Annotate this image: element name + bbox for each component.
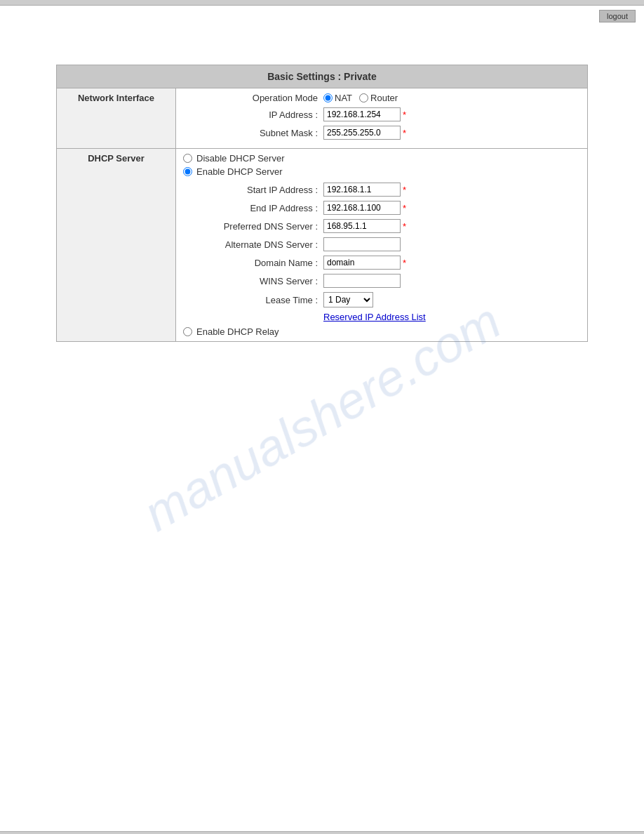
enable-relay-row: Enable DHCP Relay bbox=[183, 326, 580, 337]
end-ip-row: End IP Address : * bbox=[183, 201, 580, 215]
domain-required: * bbox=[403, 258, 406, 268]
alternate-dns-label: Alternate DNS Server : bbox=[183, 239, 323, 250]
subnet-mask-input[interactable] bbox=[323, 126, 401, 140]
nat-radio[interactable] bbox=[323, 93, 333, 102]
lease-time-select[interactable]: 1 Day 2 Days 7 Days 30 Days bbox=[323, 292, 373, 307]
network-interface-content: Operation Mode NAT Router IP Address : * bbox=[176, 88, 588, 149]
router-radio-label[interactable]: Router bbox=[359, 93, 398, 103]
alternate-dns-input[interactable] bbox=[323, 237, 401, 251]
preferred-dns-input[interactable] bbox=[323, 219, 401, 233]
domain-name-label: Domain Name : bbox=[183, 258, 323, 268]
end-ip-label: End IP Address : bbox=[183, 203, 323, 213]
enable-relay-label: Enable DHCP Relay bbox=[196, 326, 279, 337]
ip-address-label: IP Address : bbox=[183, 110, 323, 120]
enable-dhcp-row: Enable DHCP Server bbox=[183, 166, 580, 177]
enable-dhcp-radio[interactable] bbox=[183, 167, 192, 176]
wins-server-input[interactable] bbox=[323, 274, 401, 288]
subnet-mask-label: Subnet Mask : bbox=[183, 128, 323, 138]
nat-label: NAT bbox=[335, 93, 352, 103]
logout-button[interactable]: logout bbox=[599, 10, 636, 22]
dhcp-server-label: DHCP Server bbox=[57, 149, 176, 342]
start-ip-label: Start IP Address : bbox=[183, 185, 323, 195]
end-ip-input[interactable] bbox=[323, 201, 401, 215]
preferred-dns-label: Preferred DNS Server : bbox=[183, 221, 323, 232]
alternate-dns-row: Alternate DNS Server : bbox=[183, 237, 580, 251]
operation-mode-row: Operation Mode NAT Router bbox=[183, 93, 580, 103]
router-label: Router bbox=[370, 93, 398, 103]
lease-time-label: Lease Time : bbox=[183, 295, 323, 305]
ip-required-star: * bbox=[403, 110, 406, 120]
disable-dhcp-radio[interactable] bbox=[183, 154, 192, 163]
network-interface-label: Network Interface bbox=[57, 88, 176, 149]
domain-name-row: Domain Name : * bbox=[183, 256, 580, 270]
dhcp-server-content: Disable DHCP Server Enable DHCP Server S… bbox=[176, 149, 588, 342]
ip-address-input[interactable] bbox=[323, 107, 401, 121]
disable-dhcp-label: Disable DHCP Server bbox=[196, 153, 284, 164]
end-ip-required: * bbox=[403, 203, 406, 213]
ip-address-row: IP Address : * bbox=[183, 107, 580, 121]
enable-dhcp-label: Enable DHCP Server bbox=[196, 166, 283, 177]
reserved-ip-link[interactable]: Reserved IP Address List bbox=[323, 312, 580, 322]
start-ip-row: Start IP Address : * bbox=[183, 183, 580, 197]
operation-mode-label: Operation Mode bbox=[183, 93, 323, 103]
wins-server-row: WINS Server : bbox=[183, 274, 580, 288]
enable-relay-radio[interactable] bbox=[183, 327, 192, 336]
start-ip-required: * bbox=[403, 185, 406, 195]
subnet-required-star: * bbox=[403, 128, 406, 138]
domain-name-input[interactable] bbox=[323, 256, 401, 270]
lease-time-row: Lease Time : 1 Day 2 Days 7 Days 30 Days bbox=[183, 292, 580, 307]
nat-radio-label[interactable]: NAT bbox=[323, 93, 352, 103]
settings-table: Basic Settings : Private Network Interfa… bbox=[56, 65, 588, 342]
page-title: Basic Settings : Private bbox=[57, 65, 588, 88]
start-ip-input[interactable] bbox=[323, 183, 401, 197]
router-radio[interactable] bbox=[359, 93, 368, 102]
subnet-mask-row: Subnet Mask : * bbox=[183, 126, 580, 140]
preferred-dns-row: Preferred DNS Server : * bbox=[183, 219, 580, 233]
preferred-dns-required: * bbox=[403, 221, 406, 232]
dhcp-fields: Start IP Address : * End IP Address : * … bbox=[183, 183, 580, 322]
wins-server-label: WINS Server : bbox=[183, 276, 323, 286]
disable-dhcp-row: Disable DHCP Server bbox=[183, 153, 580, 164]
